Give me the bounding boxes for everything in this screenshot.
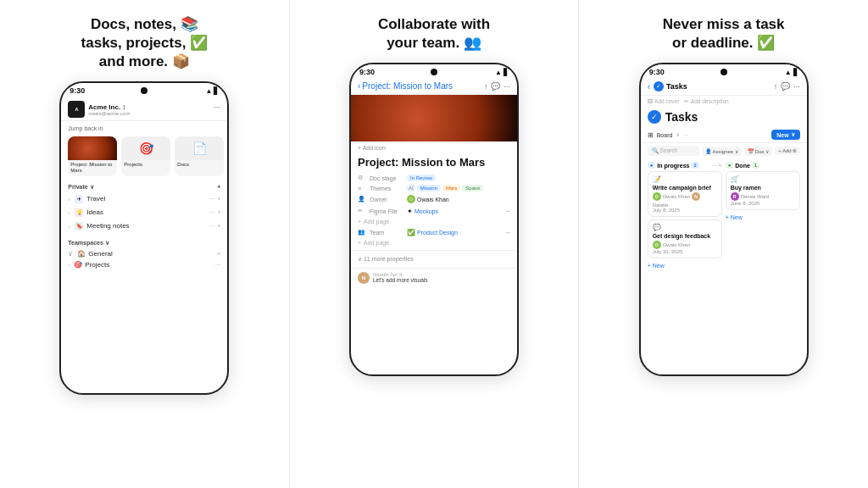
general-add-icon[interactable]: +: [217, 250, 221, 258]
acme-dots-button[interactable]: ···: [214, 103, 220, 112]
add-cover-button[interactable]: 🖼 Add cover: [648, 98, 680, 105]
sidebar-item-meeting-notes[interactable]: › 🔖 Meeting notes ··· +: [61, 219, 227, 233]
team-check-icon: ✅: [407, 229, 415, 236]
more-icon[interactable]: ···: [504, 82, 510, 91]
chat-icon[interactable]: 💬: [491, 82, 500, 91]
p2-back-button[interactable]: ‹ Project: Mission to Mars: [358, 81, 453, 91]
new-task-button-col1[interactable]: + New: [648, 261, 722, 270]
home-icon: 🏠: [77, 250, 86, 258]
new-dropdown-icon: ∨: [791, 131, 795, 138]
sidebar-item-ideas-left: › 💡 Ideas: [68, 208, 103, 217]
mockups-link[interactable]: Mockups: [415, 208, 438, 214]
p3-share-icon[interactable]: ↑: [774, 82, 778, 91]
check-mark: ✓: [656, 83, 661, 90]
prop-figma: ✏ Figma File ✦ Mockups −: [351, 205, 517, 217]
new-button[interactable]: New ∨: [771, 130, 799, 140]
task-card-design-feedback[interactable]: 💬 Get design feedback O Owais Khan July …: [648, 219, 722, 258]
add-filter[interactable]: + Add fil: [775, 147, 800, 155]
time-1: 9:30: [70, 86, 85, 95]
new-task-button-col2[interactable]: + New: [726, 213, 800, 222]
ts-projects-more-icon[interactable]: ···: [215, 261, 221, 269]
phone-2: 9:30 ▲ ▋ ‹ Project: Mission to Mars ↑ 💬 …: [349, 63, 519, 376]
figma-icon: ✏: [358, 208, 366, 214]
time-2: 9:30: [359, 68, 375, 76]
wifi-icon-3: ▲: [785, 69, 792, 76]
owner-label: Owner: [370, 197, 403, 202]
in-progress-add-icon[interactable]: +: [719, 163, 722, 169]
p3-more-icon[interactable]: ···: [793, 82, 800, 91]
ideas-chevron-icon: ›: [68, 210, 70, 215]
prop-owner: 👤 Owner O Owais Khan: [351, 193, 517, 205]
p3-header-left: ‹ ✓ Tasks: [648, 81, 687, 92]
figma-remove-icon[interactable]: −: [506, 207, 510, 215]
team-remove-icon[interactable]: −: [506, 228, 510, 236]
notes-label: Meeting notes: [86, 222, 129, 230]
renee-avatar: R: [731, 192, 739, 201]
status-icons-3: ▲ ▋: [785, 69, 798, 76]
assignee-filter[interactable]: 👤 Assignee ∨: [702, 147, 742, 156]
p3-chat-icon[interactable]: 💬: [781, 82, 790, 91]
page-title-check-icon: ✓: [648, 110, 661, 124]
notes-add-icon[interactable]: +: [217, 223, 220, 229]
themes-label: Themes: [370, 186, 403, 191]
mars-thumbnail: [68, 136, 117, 160]
p2-action-buttons: ↑ 💬 ···: [484, 82, 510, 91]
ideas-emoji: 💡: [76, 209, 82, 215]
panel-2: Collaborate withyour team. 👥 9:30 ▲ ▋ ‹ …: [290, 0, 580, 488]
campaign-brief-icon: 📝: [653, 175, 717, 183]
task-card-campaign-brief[interactable]: 📝 Write campaign brief O Owais Khan N Na…: [648, 171, 722, 217]
add-description-button[interactable]: ✏ Add description: [684, 98, 728, 105]
recent-card-projects[interactable]: 🎯 Projects: [121, 136, 170, 175]
notes-more-icon[interactable]: ···: [209, 223, 214, 229]
add-page-row-2[interactable]: + Add page: [351, 238, 517, 247]
teamspaces-header: Teamspaces ∨: [61, 236, 227, 248]
due-filter[interactable]: 📅 Due ∨: [744, 147, 772, 156]
product-design-link[interactable]: Product Design: [417, 230, 458, 236]
doc-stage-label: Doc stage: [370, 175, 403, 181]
board-dropdown-icon[interactable]: ∨: [676, 131, 680, 138]
board-grid-icon: ⊞: [648, 131, 654, 139]
notes-actions: ··· +: [209, 223, 220, 229]
acme-logo: A: [68, 101, 85, 118]
private-add-icon[interactable]: +: [217, 184, 220, 191]
ideas-add-icon[interactable]: +: [217, 209, 220, 215]
projects-card-label: Projects: [121, 160, 170, 169]
board-toolbar: ⊞ Board ∨ ··· New ∨: [641, 127, 807, 143]
sidebar-item-travel[interactable]: › ✈ Travel ··· +: [61, 192, 227, 206]
travel-add-icon[interactable]: +: [217, 196, 220, 202]
general-chevron-icon: ∨: [68, 250, 73, 258]
add-page-row-1[interactable]: + Add page: [351, 217, 517, 226]
sidebar-item-ideas[interactable]: › 💡 Ideas ··· +: [61, 206, 227, 219]
recent-card-mars[interactable]: Project: Mission to Mars: [68, 136, 117, 175]
ts-item-general[interactable]: ∨ 🏠 General +: [61, 248, 227, 259]
task-card-buy-ramen[interactable]: 🛒 Buy ramen R Renee Ward June 8, 2025: [726, 171, 800, 210]
notes-emoji: 🔖: [76, 223, 82, 229]
ts-projects-label: Projects: [85, 261, 109, 269]
in-progress-more-icon[interactable]: ···: [712, 163, 717, 169]
panel-2-heading: Collaborate withyour team. 👥: [298, 15, 570, 53]
mission-tag: Mission: [417, 185, 441, 191]
travel-more-icon[interactable]: ···: [209, 196, 214, 202]
more-properties-button[interactable]: ∨ 11 more properties: [351, 253, 517, 265]
search-input[interactable]: 🔍 Search: [648, 146, 699, 156]
p3-page-title-area: ✓ Tasks: [641, 108, 807, 127]
natalie-avatar: N: [358, 272, 370, 284]
add-icon-button[interactable]: + Add icon: [351, 141, 517, 154]
prop-doc-stage: ⚙ Doc stage In Review: [351, 173, 517, 183]
owais-name: Owais Khan: [663, 194, 690, 199]
new-task-plus-icon-2: +: [726, 214, 729, 220]
panel-1: Docs, notes, 📚tasks, projects, ✅and more…: [0, 0, 290, 488]
time-3: 9:30: [649, 68, 665, 76]
ideas-more-icon[interactable]: ···: [209, 209, 214, 215]
travel-label: Travel: [86, 195, 105, 202]
board-more-icon[interactable]: ···: [683, 132, 688, 138]
recent-card-docs[interactable]: 📄 Docs: [175, 136, 224, 175]
design-feedback-date: July 31, 2025: [653, 249, 717, 254]
travel-icon: ✈: [75, 195, 83, 203]
share-icon[interactable]: ↑: [484, 82, 488, 91]
p3-back-button[interactable]: ‹: [648, 82, 650, 92]
owner-icon: 👤: [358, 196, 366, 202]
ts-item-projects[interactable]: › 🎯 Projects ···: [61, 259, 227, 270]
owner-value: O Owais Khan: [407, 195, 449, 203]
doc-stage-icon: ⚙: [358, 175, 366, 181]
